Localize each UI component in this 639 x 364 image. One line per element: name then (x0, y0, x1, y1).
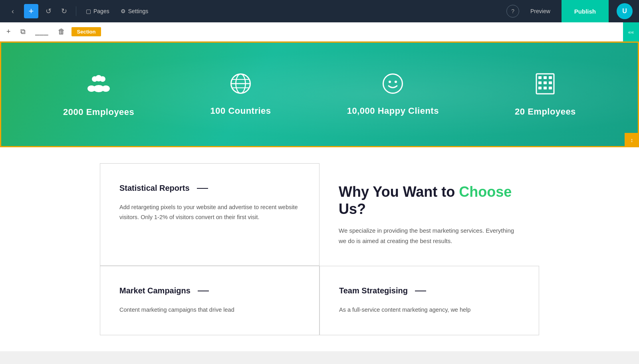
settings-section-icon: ⎯⎯⎯ (35, 28, 48, 36)
main-content: Statistical Reports Add retargeting pixe… (0, 147, 639, 351)
svg-rect-23 (549, 87, 552, 89)
trash-icon: 🗑 (58, 28, 65, 36)
why-title-highlight: Choose (459, 184, 512, 200)
stat-item-countries: 100 Countries (210, 73, 271, 116)
why-choose-text: We specialize in providing the best mark… (339, 226, 520, 246)
svg-point-4 (87, 85, 95, 92)
back-button[interactable]: ‹ (6, 5, 19, 18)
preview-label: Preview (530, 8, 550, 14)
avatar-initial: U (622, 8, 627, 15)
content-grid: Statistical Reports Add retargeting pixe… (100, 163, 539, 335)
why-title-part1: Why You Want to (339, 184, 459, 200)
settings-icon: ⚙ (121, 8, 126, 14)
stat-item-offices: 20 Employees (515, 72, 576, 117)
avatar[interactable]: U (617, 3, 633, 19)
stat-label-employees: 2000 Employees (63, 107, 134, 117)
duplicate-icon: ⧉ (20, 28, 26, 36)
section-label: Section (71, 27, 101, 36)
stats-section-wrapper: 2000 Employees 100 Countries (0, 42, 639, 147)
right-collapse-handle[interactable]: «« (623, 22, 639, 42)
redo-button[interactable]: ↻ (59, 5, 69, 17)
svg-rect-16 (544, 76, 547, 79)
why-choose-section: Why You Want to Choose Us? We specialize… (320, 163, 539, 266)
publish-button[interactable]: Publish (562, 0, 609, 22)
svg-point-2 (95, 75, 102, 81)
statistical-reports-title: Statistical Reports (119, 184, 300, 193)
smiley-icon (382, 73, 404, 98)
team-strategising-title: Team Strategising (339, 286, 520, 295)
svg-rect-15 (538, 76, 542, 79)
stat-item-clients: 10,000 Happy Clients (347, 73, 439, 116)
why-choose-title: Why You Want to Choose Us? (339, 183, 520, 218)
svg-point-13 (395, 81, 397, 83)
svg-rect-22 (544, 87, 547, 89)
svg-point-12 (389, 81, 391, 83)
undo-button[interactable]: ↺ (43, 5, 54, 17)
nav-divider (76, 6, 76, 16)
svg-rect-17 (549, 76, 552, 79)
title-dash-3 (415, 291, 426, 291)
settings-label: Settings (128, 8, 149, 14)
duplicate-button[interactable]: ⧉ (17, 25, 29, 38)
settings-button[interactable]: ⚙ Settings (117, 6, 152, 16)
title-dash (197, 188, 208, 189)
svg-rect-18 (538, 81, 542, 84)
help-button[interactable]: ? (506, 5, 519, 18)
pages-button[interactable]: ▢ Pages (83, 6, 113, 16)
settings-section-button[interactable]: ⎯⎯⎯ (32, 25, 52, 38)
top-nav: ‹ + ↺ ↻ ▢ Pages ⚙ Settings ? Preview Pub… (0, 0, 639, 22)
bottom-arrow-handle[interactable]: ↕ (625, 133, 639, 147)
employees-icon (87, 72, 111, 99)
market-campaigns-title: Market Campaigns (119, 286, 300, 295)
stat-item-employees: 2000 Employees (63, 72, 134, 117)
why-title-part2: Us? (339, 201, 366, 217)
svg-rect-19 (544, 81, 547, 84)
collapse-icon: «« (628, 29, 634, 35)
add-element-button[interactable]: + (24, 4, 38, 18)
stat-label-clients: 10,000 Happy Clients (347, 106, 439, 116)
market-campaigns-text: Content marketing campaigns that drive l… (119, 305, 300, 315)
plus-icon: + (29, 6, 34, 16)
title-dash-2 (198, 291, 209, 291)
team-strategising-card: Team Strategising As a full-service cont… (320, 266, 539, 335)
stats-content: 2000 Employees 100 Countries (1, 43, 638, 146)
globe-icon (230, 73, 252, 98)
svg-point-11 (383, 74, 403, 93)
add-section-button[interactable]: + (3, 25, 14, 38)
pages-label: Pages (93, 8, 109, 14)
statistical-reports-card: Statistical Reports Add retargeting pixe… (100, 163, 320, 266)
stat-label-offices: 20 Employees (515, 107, 576, 117)
svg-point-5 (102, 85, 110, 92)
pages-icon: ▢ (86, 8, 91, 14)
arrow-up-down-icon: ↕ (631, 137, 633, 143)
delete-section-button[interactable]: 🗑 (55, 25, 68, 38)
help-icon: ? (511, 8, 514, 14)
section-toolbar: + ⧉ ⎯⎯⎯ 🗑 Section «« (0, 22, 639, 42)
stat-label-countries: 100 Countries (210, 106, 271, 116)
add-icon: + (6, 28, 11, 36)
svg-rect-21 (538, 87, 542, 89)
stats-section: 2000 Employees 100 Countries (0, 42, 639, 147)
market-campaigns-card: Market Campaigns Content marketing campa… (100, 266, 320, 335)
svg-rect-20 (549, 81, 552, 84)
publish-label: Publish (574, 8, 596, 15)
preview-button[interactable]: Preview (524, 5, 557, 18)
statistical-reports-text: Add retargeting pixels to your website a… (119, 202, 300, 222)
building-icon (535, 72, 556, 99)
team-strategising-text: As a full-service content marketing agen… (339, 305, 520, 315)
